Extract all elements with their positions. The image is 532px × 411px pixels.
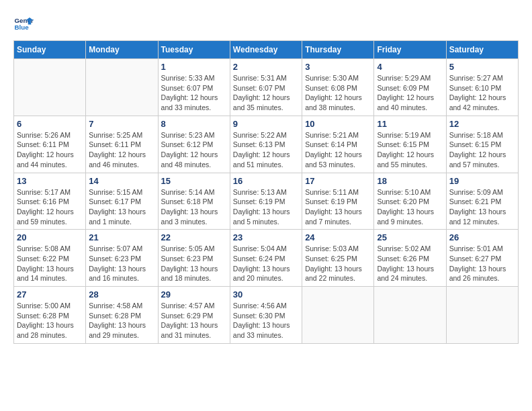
day-number: 24 xyxy=(305,232,371,242)
calendar-cell: 27Sunrise: 5:00 AM Sunset: 6:28 PM Dayli… xyxy=(14,287,86,344)
day-info: Sunrise: 4:57 AM Sunset: 6:29 PM Dayligh… xyxy=(161,301,227,340)
calendar-cell xyxy=(14,59,86,116)
day-info: Sunrise: 5:14 AM Sunset: 6:18 PM Dayligh… xyxy=(161,187,227,227)
day-header-wednesday: Wednesday xyxy=(230,41,302,59)
calendar-cell: 6Sunrise: 5:26 AM Sunset: 6:11 PM Daylig… xyxy=(14,116,86,173)
day-info: Sunrise: 5:33 AM Sunset: 6:07 PM Dayligh… xyxy=(161,73,227,113)
day-info: Sunrise: 5:29 AM Sunset: 6:09 PM Dayligh… xyxy=(377,73,443,113)
calendar-table: SundayMondayTuesdayWednesdayThursdayFrid… xyxy=(13,40,519,344)
calendar-cell: 11Sunrise: 5:19 AM Sunset: 6:15 PM Dayli… xyxy=(374,116,446,173)
day-number: 5 xyxy=(449,62,515,72)
calendar-cell: 20Sunrise: 5:08 AM Sunset: 6:22 PM Dayli… xyxy=(14,230,86,287)
day-info: Sunrise: 5:01 AM Sunset: 6:27 PM Dayligh… xyxy=(449,244,515,283)
week-row-4: 20Sunrise: 5:08 AM Sunset: 6:22 PM Dayli… xyxy=(14,230,519,287)
calendar-cell: 1Sunrise: 5:33 AM Sunset: 6:07 PM Daylig… xyxy=(158,59,230,116)
day-info: Sunrise: 5:10 AM Sunset: 6:20 PM Dayligh… xyxy=(377,187,443,227)
calendar-cell: 3Sunrise: 5:30 AM Sunset: 6:08 PM Daylig… xyxy=(302,59,374,116)
day-number: 23 xyxy=(233,232,299,242)
calendar-cell: 14Sunrise: 5:15 AM Sunset: 6:17 PM Dayli… xyxy=(86,173,158,230)
day-header-thursday: Thursday xyxy=(302,41,374,59)
logo: General Blue xyxy=(13,13,36,34)
week-row-3: 13Sunrise: 5:17 AM Sunset: 6:16 PM Dayli… xyxy=(14,173,519,230)
day-number: 26 xyxy=(449,232,515,242)
day-info: Sunrise: 5:15 AM Sunset: 6:17 PM Dayligh… xyxy=(89,187,154,227)
calendar-cell xyxy=(446,287,518,344)
day-info: Sunrise: 4:56 AM Sunset: 6:30 PM Dayligh… xyxy=(233,301,299,340)
day-number: 17 xyxy=(305,176,371,186)
calendar-cell: 18Sunrise: 5:10 AM Sunset: 6:20 PM Dayli… xyxy=(374,173,446,230)
day-number: 10 xyxy=(305,119,371,129)
day-number: 12 xyxy=(449,119,515,129)
day-info: Sunrise: 5:00 AM Sunset: 6:28 PM Dayligh… xyxy=(17,301,83,340)
calendar-cell: 8Sunrise: 5:23 AM Sunset: 6:12 PM Daylig… xyxy=(158,116,230,173)
day-info: Sunrise: 5:27 AM Sunset: 6:10 PM Dayligh… xyxy=(449,73,515,113)
day-number: 1 xyxy=(161,62,227,72)
day-header-monday: Monday xyxy=(86,41,158,59)
day-number: 7 xyxy=(89,119,154,129)
day-number: 21 xyxy=(89,232,154,242)
calendar-cell xyxy=(374,287,446,344)
day-info: Sunrise: 5:07 AM Sunset: 6:23 PM Dayligh… xyxy=(89,244,154,283)
calendar-cell: 16Sunrise: 5:13 AM Sunset: 6:19 PM Dayli… xyxy=(230,173,302,230)
day-number: 20 xyxy=(17,232,83,242)
calendar-cell: 15Sunrise: 5:14 AM Sunset: 6:18 PM Dayli… xyxy=(158,173,230,230)
day-number: 13 xyxy=(17,176,83,186)
day-number: 18 xyxy=(377,176,443,186)
day-number: 28 xyxy=(89,289,154,300)
day-number: 3 xyxy=(305,62,371,72)
calendar-cell xyxy=(302,287,374,344)
calendar-cell: 21Sunrise: 5:07 AM Sunset: 6:23 PM Dayli… xyxy=(86,230,158,287)
day-info: Sunrise: 5:09 AM Sunset: 6:21 PM Dayligh… xyxy=(449,187,515,227)
day-header-tuesday: Tuesday xyxy=(158,41,230,59)
day-number: 9 xyxy=(233,119,299,129)
calendar-cell: 5Sunrise: 5:27 AM Sunset: 6:10 PM Daylig… xyxy=(446,59,518,116)
calendar-cell: 13Sunrise: 5:17 AM Sunset: 6:16 PM Dayli… xyxy=(14,173,86,230)
day-info: Sunrise: 5:22 AM Sunset: 6:13 PM Dayligh… xyxy=(233,130,299,170)
day-number: 8 xyxy=(161,119,227,129)
day-info: Sunrise: 5:19 AM Sunset: 6:15 PM Dayligh… xyxy=(377,130,443,170)
calendar-cell: 22Sunrise: 5:05 AM Sunset: 6:23 PM Dayli… xyxy=(158,230,230,287)
day-info: Sunrise: 5:18 AM Sunset: 6:15 PM Dayligh… xyxy=(449,130,515,170)
calendar-cell: 12Sunrise: 5:18 AM Sunset: 6:15 PM Dayli… xyxy=(446,116,518,173)
calendar-cell: 26Sunrise: 5:01 AM Sunset: 6:27 PM Dayli… xyxy=(446,230,518,287)
day-info: Sunrise: 5:25 AM Sunset: 6:11 PM Dayligh… xyxy=(89,130,154,170)
week-row-2: 6Sunrise: 5:26 AM Sunset: 6:11 PM Daylig… xyxy=(14,116,519,173)
day-number: 15 xyxy=(161,176,227,186)
calendar-cell: 17Sunrise: 5:11 AM Sunset: 6:19 PM Dayli… xyxy=(302,173,374,230)
week-row-5: 27Sunrise: 5:00 AM Sunset: 6:28 PM Dayli… xyxy=(14,287,519,344)
calendar-cell: 19Sunrise: 5:09 AM Sunset: 6:21 PM Dayli… xyxy=(446,173,518,230)
calendar-cell: 7Sunrise: 5:25 AM Sunset: 6:11 PM Daylig… xyxy=(86,116,158,173)
calendar-cell xyxy=(86,59,158,116)
day-number: 19 xyxy=(449,176,515,186)
day-number: 30 xyxy=(233,289,299,300)
day-info: Sunrise: 5:11 AM Sunset: 6:19 PM Dayligh… xyxy=(305,187,371,227)
calendar-cell: 23Sunrise: 5:04 AM Sunset: 6:24 PM Dayli… xyxy=(230,230,302,287)
day-info: Sunrise: 5:05 AM Sunset: 6:23 PM Dayligh… xyxy=(161,244,227,283)
week-row-1: 1Sunrise: 5:33 AM Sunset: 6:07 PM Daylig… xyxy=(14,59,519,116)
calendar-cell: 25Sunrise: 5:02 AM Sunset: 6:26 PM Dayli… xyxy=(374,230,446,287)
day-info: Sunrise: 5:04 AM Sunset: 6:24 PM Dayligh… xyxy=(233,244,299,283)
day-number: 29 xyxy=(161,289,227,300)
day-info: Sunrise: 5:13 AM Sunset: 6:19 PM Dayligh… xyxy=(233,187,299,227)
day-info: Sunrise: 5:23 AM Sunset: 6:12 PM Dayligh… xyxy=(161,130,227,170)
day-number: 6 xyxy=(17,119,83,129)
calendar-cell: 28Sunrise: 4:58 AM Sunset: 6:28 PM Dayli… xyxy=(86,287,158,344)
calendar-cell: 29Sunrise: 4:57 AM Sunset: 6:29 PM Dayli… xyxy=(158,287,230,344)
calendar-cell: 2Sunrise: 5:31 AM Sunset: 6:07 PM Daylig… xyxy=(230,59,302,116)
day-number: 14 xyxy=(89,176,154,186)
day-info: Sunrise: 4:58 AM Sunset: 6:28 PM Dayligh… xyxy=(89,301,154,340)
day-number: 25 xyxy=(377,232,443,242)
day-info: Sunrise: 5:30 AM Sunset: 6:08 PM Dayligh… xyxy=(305,73,371,113)
day-number: 27 xyxy=(17,289,83,300)
day-number: 2 xyxy=(233,62,299,72)
svg-text:Blue: Blue xyxy=(15,24,30,31)
day-number: 4 xyxy=(377,62,443,72)
day-info: Sunrise: 5:02 AM Sunset: 6:26 PM Dayligh… xyxy=(377,244,443,283)
day-header-sunday: Sunday xyxy=(14,41,86,59)
day-info: Sunrise: 5:08 AM Sunset: 6:22 PM Dayligh… xyxy=(17,244,83,283)
calendar-cell: 30Sunrise: 4:56 AM Sunset: 6:30 PM Dayli… xyxy=(230,287,302,344)
day-info: Sunrise: 5:03 AM Sunset: 6:25 PM Dayligh… xyxy=(305,244,371,283)
day-info: Sunrise: 5:17 AM Sunset: 6:16 PM Dayligh… xyxy=(17,187,83,227)
calendar-cell: 24Sunrise: 5:03 AM Sunset: 6:25 PM Dayli… xyxy=(302,230,374,287)
day-header-saturday: Saturday xyxy=(446,41,518,59)
